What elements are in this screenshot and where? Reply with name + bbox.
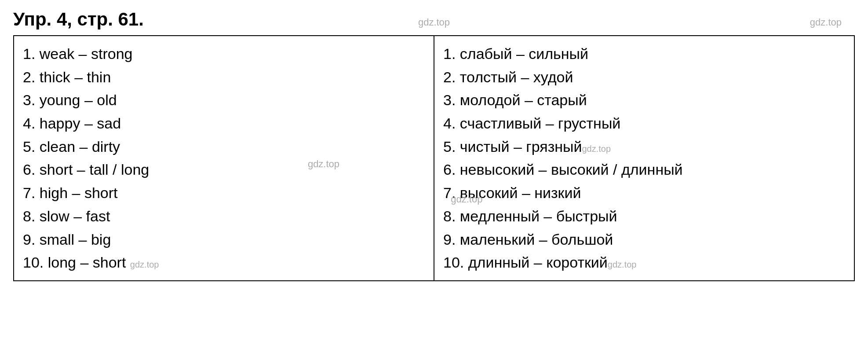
list-item: 4. счастливый – грустный [443,112,845,135]
watermark-inline: gdz.top [608,260,637,269]
list-item: 4. happy – sad [23,112,425,135]
list-item: 10. длинный – короткийgdz.top [443,251,845,274]
list-item: 5. clean – dirty [23,135,425,158]
list-item: 10. long – short gdz.top [23,251,425,274]
list-item: 9. small – big [23,228,425,251]
watermark-top-center: gdz.top [418,17,450,28]
list-item: 7. высокий – низкий [443,181,845,205]
list-item: 3. молодой – старый [443,88,845,112]
list-item: 6. short – tall / long [23,158,425,181]
main-table: 1. weak – strong 2. thick – thin 3. youn… [13,35,855,281]
list-item: 8. медленный – быстрый [443,205,845,228]
list-item: 3. young – old [23,88,425,112]
watermark-inline: gdz.top [582,144,611,154]
watermark-mid-left: gdz.top [308,158,339,170]
watermark-mid-right: gdz.top [451,194,482,205]
list-item: 8. slow – fast [23,205,425,228]
list-item: 7. high – short [23,181,425,205]
list-item: 6. невысокий – высокий / длинный [443,158,845,181]
list-item: 2. thick – thin [23,66,425,89]
watermark-inline: gdz.top [130,260,159,269]
list-item: 1. слабый – сильный [443,42,845,66]
right-column: 1. слабый – сильный 2. толстый – худой 3… [434,36,854,281]
left-column: 1. weak – strong 2. thick – thin 3. youn… [14,36,434,281]
list-item: 5. чистый – грязныйgdz.top [443,135,845,158]
watermark-top-right: gdz.top [810,17,842,28]
list-item: 9. маленький – большой [443,228,845,251]
list-item: 2. толстый – худой [443,66,845,89]
list-item: 1. weak – strong [23,42,425,66]
